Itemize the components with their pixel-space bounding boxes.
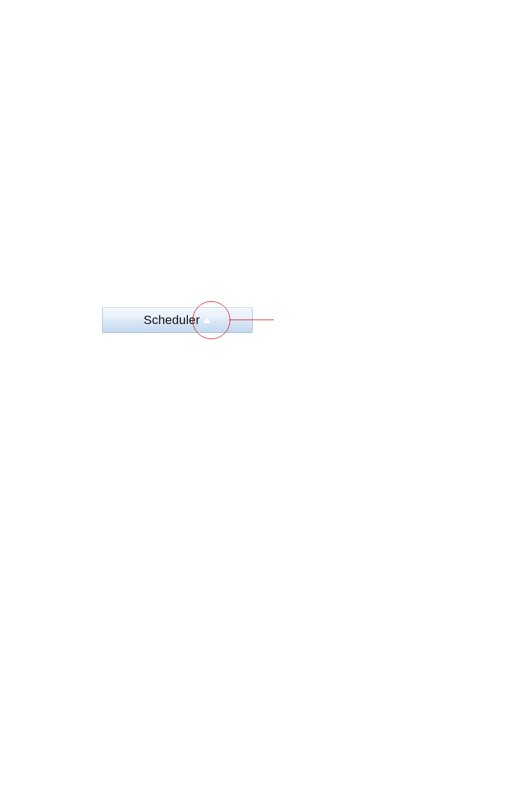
canvas: Scheduler: [0, 0, 532, 787]
scheduler-column-header[interactable]: Scheduler: [102, 307, 253, 333]
sort-ascending-icon: [203, 317, 211, 323]
scheduler-header-label: Scheduler: [144, 314, 200, 326]
